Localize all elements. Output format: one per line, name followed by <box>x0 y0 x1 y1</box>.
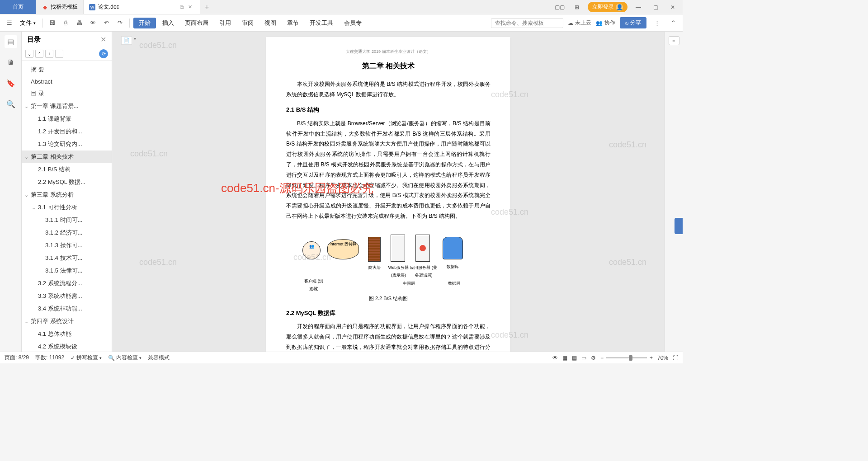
toc-item[interactable]: 第一章 课题背景... <box>22 100 112 113</box>
collab-icon: 👥 <box>596 20 603 26</box>
toc-item[interactable]: 3.4 系统非功能... <box>22 302 112 315</box>
toc-item[interactable]: 3.2 系统流程分... <box>22 277 112 290</box>
view-outline-icon[interactable]: ▭ <box>581 355 586 361</box>
toc-item[interactable]: 第四章 系统设计 <box>22 315 112 328</box>
zoom-out-icon[interactable]: − <box>600 355 604 361</box>
tab-label: 论文.doc <box>98 3 119 11</box>
close-icon[interactable]: ✕ <box>666 4 679 10</box>
toc-item[interactable]: 3.3 系统功能需... <box>22 290 112 302</box>
toc-item[interactable]: 第二章 相关技术 <box>22 151 112 163</box>
minimize-icon[interactable]: — <box>632 4 645 10</box>
tab-template[interactable]: ◆ 找稻壳模板 <box>36 0 84 14</box>
view-eye-icon[interactable]: 👁 <box>552 355 558 361</box>
collab-button[interactable]: 👥协作 <box>596 19 615 27</box>
document-area[interactable]: code51.cn code51.cn code51.cn 📄 ▾ 大连交通大学… <box>112 32 665 352</box>
toc-expand-icon[interactable]: ⌃ <box>35 50 43 58</box>
toc-item[interactable]: 2.1 B/S 结构 <box>22 163 112 176</box>
chevron-down-icon: ▾ <box>33 21 36 25</box>
toc-item[interactable]: 3.1.2 经济可... <box>22 226 112 239</box>
slider-track[interactable] <box>606 357 647 358</box>
figure-caption: 图 2.2 B/S 结构图 <box>286 294 491 303</box>
toc-item[interactable]: 第三章 系统分析 <box>22 188 112 201</box>
ribbon-tab-start[interactable]: 开始 <box>133 18 156 28</box>
outline-icon[interactable]: ▤ <box>5 35 17 48</box>
bs-diagram: 👥 Internet 因特网 防火墙 Web服务器 (表示层) 应用服务器 (业… <box>302 228 474 291</box>
tab-document[interactable]: W 论文.doc ⧉ ✕ <box>84 0 200 14</box>
chapter-title: 第二章 相关技术 <box>286 59 491 73</box>
file-menu[interactable]: 文件▾ <box>17 19 38 27</box>
layout-icon[interactable]: ▢▢ <box>553 4 566 10</box>
toc-add-icon[interactable]: + <box>45 50 53 58</box>
redo-icon[interactable]: ↷ <box>114 17 126 29</box>
preview-icon[interactable]: 👁 <box>87 17 99 29</box>
toc-remove-icon[interactable]: − <box>55 50 63 58</box>
spellcheck-status[interactable]: ✓拼写检查▾ <box>71 354 102 362</box>
share-button[interactable]: ⎋分享 <box>620 17 646 28</box>
toc-item[interactable]: 1.3 论文研究内... <box>22 138 112 151</box>
collapse-ribbon-icon[interactable]: ⌃ <box>667 17 679 29</box>
toc-item[interactable]: 1.2 开发目的和... <box>22 125 112 138</box>
view-web-icon[interactable]: ▤ <box>572 355 577 361</box>
status-bar: 页面: 8/29 字数: 11092 ✓拼写检查▾ 🔍内容检查▾ 兼容模式 👁 … <box>0 352 683 363</box>
bookmark-icon[interactable]: 🔖 <box>5 77 17 89</box>
toc-item[interactable]: 3.1.1 时间可... <box>22 214 112 226</box>
toc-item[interactable]: 2.2 MySQL 数据... <box>22 176 112 188</box>
search-input[interactable] <box>491 18 563 28</box>
view-layout-icon[interactable]: ▦ <box>562 355 567 361</box>
ribbon-tab-member[interactable]: 会员专 <box>340 19 366 27</box>
ribbon-tab-view[interactable]: 视图 <box>260 19 281 27</box>
diag-app-label: 应用服务器 (业务逻辑层) <box>410 264 437 279</box>
tab-home[interactable]: 首页 <box>0 0 36 14</box>
ribbon-tab-reference[interactable]: 引用 <box>215 19 236 27</box>
toc-collapse-icon[interactable]: ⌄ <box>25 50 33 58</box>
toc-refresh-icon[interactable]: ⟳ <box>99 49 108 58</box>
note-icon[interactable]: 🗎 <box>5 56 17 69</box>
chevron-down-icon[interactable]: ▾ <box>134 36 136 45</box>
toc-item[interactable]: Abstract <box>22 76 112 87</box>
float-tab[interactable] <box>675 218 683 234</box>
menu-icon[interactable]: ☰ <box>4 17 15 29</box>
search-icon[interactable]: 🔍 <box>5 98 17 110</box>
add-tab-button[interactable]: + <box>200 0 214 14</box>
sidebar-icons: ▤ 🗎 🔖 🔍 <box>0 32 22 352</box>
watermark: code51.cn <box>139 258 177 267</box>
close-tab-icon[interactable]: ✕ <box>188 4 194 10</box>
page-nav-icon[interactable]: 📄 <box>121 36 132 45</box>
zoom-in-icon[interactable]: + <box>650 355 653 361</box>
toc-item[interactable]: 3.1 可行性分析 <box>22 201 112 214</box>
maximize-icon[interactable]: ▢ <box>649 4 662 10</box>
save-icon[interactable]: 🖫 <box>46 17 58 29</box>
page-status[interactable]: 页面: 8/29 <box>5 354 29 362</box>
diag-users: 👥 <box>302 241 321 259</box>
expand-panel-icon[interactable]: ≡ <box>669 36 679 45</box>
toc-item[interactable]: 4.2 系统模块设 <box>22 340 112 352</box>
view-settings-icon[interactable]: ⚙ <box>591 355 596 361</box>
zoom-value[interactable]: 70% <box>657 355 668 361</box>
toc-item[interactable]: 3.1.3 操作可... <box>22 239 112 252</box>
export-icon[interactable]: ⎙ <box>60 17 71 29</box>
more-icon[interactable]: ⋮ <box>651 17 663 29</box>
toc-item[interactable]: 3.1.4 技术可... <box>22 252 112 264</box>
close-panel-icon[interactable]: ✕ <box>100 35 106 44</box>
toc-item[interactable]: 目 录 <box>22 87 112 100</box>
toc-item[interactable]: 摘 要 <box>22 63 112 76</box>
toc-item[interactable]: 1.1 课题背景 <box>22 113 112 125</box>
login-button[interactable]: 立即登录 👤 <box>588 2 627 12</box>
ribbon-tab-dev[interactable]: 开发工具 <box>305 19 338 27</box>
content-check-status[interactable]: 🔍内容检查▾ <box>108 354 142 362</box>
word-count[interactable]: 字数: 11092 <box>35 354 64 362</box>
zoom-slider[interactable]: − + <box>600 355 653 361</box>
ribbon-tab-insert[interactable]: 插入 <box>158 19 179 27</box>
ribbon-tab-layout[interactable]: 页面布局 <box>180 19 213 27</box>
print-icon[interactable]: 🖶 <box>73 17 85 29</box>
grid-icon[interactable]: ⊞ <box>571 4 583 10</box>
cloud-status[interactable]: ☁未上云 <box>568 19 591 27</box>
section-title: 2.1 B/S 结构 <box>286 104 491 116</box>
toc-item[interactable]: 4.1 总体功能 <box>22 328 112 340</box>
undo-icon[interactable]: ↶ <box>100 17 112 29</box>
fullscreen-icon[interactable]: ⛶ <box>673 355 678 361</box>
ribbon-tab-review[interactable]: 审阅 <box>237 19 258 27</box>
detach-icon[interactable]: ⧉ <box>179 4 185 10</box>
ribbon-tab-chapter[interactable]: 章节 <box>283 19 303 27</box>
toc-item[interactable]: 3.1.5 法律可... <box>22 264 112 277</box>
